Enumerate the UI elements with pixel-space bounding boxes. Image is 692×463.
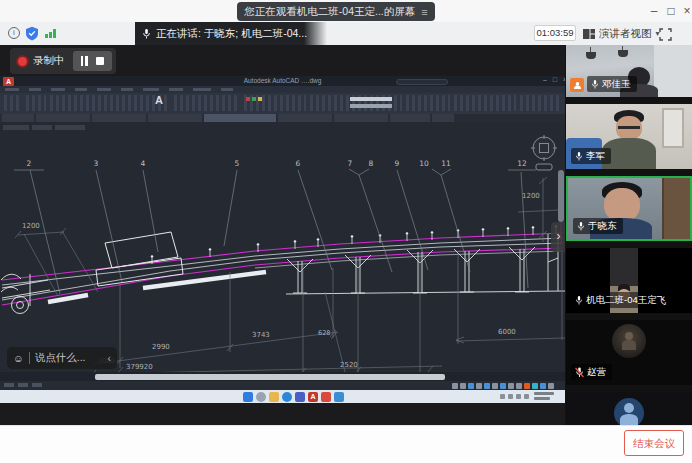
avatar: [614, 398, 644, 428]
status-icon[interactable]: [452, 383, 458, 389]
cad-ribbon-tabs[interactable]: [0, 86, 565, 93]
tray-icon[interactable]: [500, 394, 505, 399]
cad-command-input[interactable]: [95, 374, 445, 380]
participant-name-pill: 于晓东: [573, 218, 623, 234]
recording-indicator: 录制中: [10, 48, 116, 74]
recording-controls: [73, 51, 112, 71]
navigation-wheel-icon[interactable]: [531, 135, 557, 170]
participant-tile[interactable]: 机电二班-04王定飞: [566, 248, 692, 313]
person-body: [622, 340, 636, 350]
tray-icon[interactable]: [508, 394, 513, 399]
network-signal-icon: [45, 29, 56, 38]
fullscreen-icon[interactable]: [659, 27, 672, 45]
mic-icon: [591, 79, 599, 90]
info-icon[interactable]: i: [8, 27, 20, 39]
view-mode-selector[interactable]: 演讲者视图 ▾: [583, 25, 660, 42]
cad-ribbon[interactable]: A: [0, 93, 565, 114]
mic-icon: [575, 295, 583, 306]
stop-recording-button[interactable]: [96, 57, 104, 65]
status-icon[interactable]: [548, 383, 554, 389]
cad-search-box[interactable]: [396, 79, 448, 85]
ceiling-lamp: [586, 52, 596, 59]
divider: [29, 352, 30, 364]
tray-icon[interactable]: [524, 394, 529, 399]
recording-label: 录制中: [33, 54, 65, 68]
conveyor-drawing: 2 3 4 5 6 7 8 9 10 11 12 1200 1200 2990 …: [0, 122, 565, 372]
meeting-toolbar: [0, 425, 692, 463]
svg-text:2520: 2520: [340, 361, 358, 369]
file-explorer-icon[interactable]: [269, 392, 279, 402]
person-head: [624, 403, 634, 413]
participant-name-pill: 赵营: [571, 364, 612, 380]
color-swatch-red: [246, 97, 250, 101]
tray-icon[interactable]: [516, 394, 521, 399]
security-shield-icon[interactable]: [25, 26, 39, 45]
color-dropdown[interactable]: [350, 104, 392, 108]
pause-recording-button[interactable]: [81, 56, 88, 66]
collapse-chat-icon[interactable]: ‹: [108, 352, 112, 364]
edge-browser-icon[interactable]: [282, 392, 292, 402]
ceiling-lamp: [618, 50, 628, 57]
participant-tile[interactable]: 赵营: [566, 320, 692, 385]
participant-tile[interactable]: 邓佳玉: [566, 45, 692, 97]
callout-numbers: 2 3 4 5 6 7 8 9 10 11 12: [27, 159, 527, 168]
close-button[interactable]: ×: [679, 2, 692, 20]
participant-name: 于晓东: [588, 220, 617, 233]
svg-text:1200: 1200: [522, 192, 540, 200]
svg-text:628: 628: [318, 329, 330, 337]
screen-watching-tooltip: 您正在观看机电二班-04王定...的屏幕 ≡: [237, 2, 435, 21]
status-icon[interactable]: [460, 383, 466, 389]
layer-dropdown[interactable]: [350, 97, 392, 101]
minimize-button[interactable]: –: [646, 2, 662, 20]
svg-text:5: 5: [235, 159, 240, 168]
participant-name: 赵营: [587, 366, 606, 379]
start-button-icon[interactable]: [243, 392, 253, 402]
cad-layout-tabs[interactable]: [4, 383, 44, 387]
svg-text:6000: 6000: [498, 328, 516, 336]
svg-text:10: 10: [419, 159, 429, 168]
status-icon[interactable]: [476, 383, 482, 389]
sidebar-collapse-arrow[interactable]: ›: [551, 222, 566, 252]
status-icon[interactable]: [484, 383, 490, 389]
status-icon[interactable]: [516, 383, 522, 389]
status-icon[interactable]: [500, 383, 506, 389]
participant-tile-speaking[interactable]: 于晓东: [566, 176, 692, 241]
chat-quick-input[interactable]: ☺ 说点什么... ‹: [7, 347, 117, 369]
app-icon[interactable]: [295, 392, 305, 402]
app-icon[interactable]: [321, 392, 331, 402]
mic-icon: [575, 151, 583, 162]
tooltip-text: 您正在观看机电二班-04王定...的屏幕: [244, 5, 415, 19]
status-icon[interactable]: [540, 383, 546, 389]
person-head: [625, 332, 633, 340]
status-icon[interactable]: [508, 383, 514, 389]
svg-text:2990: 2990: [152, 343, 170, 351]
search-icon[interactable]: [256, 392, 266, 402]
maximize-button[interactable]: □: [663, 2, 679, 20]
chat-placeholder: 说点什么...: [35, 351, 86, 365]
view-mode-label: 演讲者视图: [599, 27, 652, 41]
meeting-timer: 01:03:59: [534, 25, 576, 41]
autocad-taskbar-icon[interactable]: A: [308, 392, 318, 402]
cad-file-tabs[interactable]: [0, 114, 565, 122]
window-frame: [662, 108, 684, 148]
participant-name-pill: 邓佳玉: [587, 76, 637, 92]
speaking-indicator: 正在讲话: 于晓东; 机电二班-04...: [135, 22, 327, 45]
app-icon[interactable]: [334, 392, 344, 402]
glasses: [618, 126, 640, 129]
mic-icon: [142, 28, 151, 40]
person-head: [604, 188, 640, 222]
mic-icon: [577, 221, 585, 232]
status-icon[interactable]: [532, 383, 538, 389]
tail-drive-unit: [1, 272, 266, 314]
svg-text:3: 3: [94, 159, 99, 168]
tooltip-menu-icon[interactable]: ≡: [421, 6, 427, 18]
wood-cabinet: [662, 178, 692, 239]
status-icon-orange[interactable]: [524, 383, 530, 389]
layout-icon: [583, 28, 595, 40]
emoji-icon[interactable]: ☺: [13, 352, 24, 364]
canvas-scrollbar[interactable]: [558, 170, 564, 222]
status-icon[interactable]: [492, 383, 498, 389]
end-meeting-button[interactable]: 结束会议: [624, 430, 684, 456]
participant-tile[interactable]: 李军: [566, 104, 692, 169]
status-icon[interactable]: [468, 383, 474, 389]
